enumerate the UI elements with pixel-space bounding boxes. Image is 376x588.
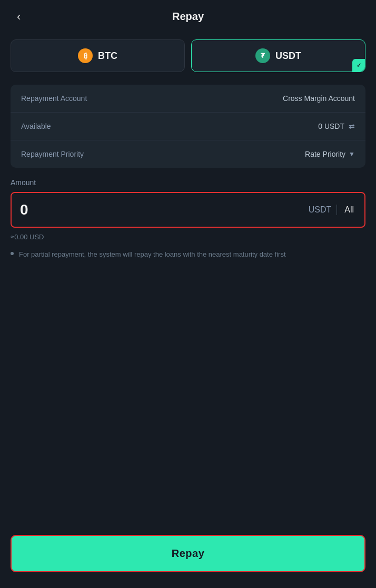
priority-dropdown[interactable]: Rate Priority ▼ bbox=[305, 150, 355, 158]
vertical-divider bbox=[337, 205, 337, 215]
amount-currency-badge: USDT bbox=[309, 205, 332, 215]
repayment-priority-label: Repayment Priority bbox=[21, 150, 84, 158]
btc-icon: ₿ bbox=[78, 48, 93, 63]
transfer-icon[interactable]: ⇄ bbox=[349, 122, 355, 130]
amount-right-group: USDT All bbox=[309, 205, 356, 215]
all-button[interactable]: All bbox=[342, 205, 356, 215]
currency-tab-group: ₿ BTC ₮ USDT ✓ bbox=[0, 31, 376, 80]
btc-label: BTC bbox=[98, 50, 117, 62]
amount-section: Amount USDT All bbox=[0, 168, 376, 228]
repayment-account-value: Cross Margin Account bbox=[283, 94, 355, 103]
amount-input[interactable] bbox=[20, 201, 222, 218]
available-row: Available 0 USDT ⇄ bbox=[11, 112, 365, 140]
back-button[interactable]: ‹ bbox=[13, 8, 25, 26]
active-check-mark: ✓ bbox=[352, 59, 365, 72]
bullet-dot-icon bbox=[11, 252, 14, 255]
repay-button[interactable]: Repay bbox=[11, 535, 365, 572]
amount-label: Amount bbox=[11, 178, 365, 187]
available-label: Available bbox=[21, 122, 51, 130]
notice-section: For partial repayment, the system will r… bbox=[0, 241, 376, 260]
repayment-account-row: Repayment Account Cross Margin Account bbox=[11, 85, 365, 112]
chevron-down-icon: ▼ bbox=[349, 150, 355, 158]
bottom-area: Repay bbox=[0, 260, 376, 588]
tab-btc[interactable]: ₿ BTC bbox=[11, 39, 185, 72]
info-card: Repayment Account Cross Margin Account A… bbox=[11, 85, 365, 168]
available-value-group: 0 USDT ⇄ bbox=[318, 122, 355, 130]
usd-approx: ≈0.00 USD bbox=[0, 228, 376, 241]
usdt-icon: ₮ bbox=[255, 48, 270, 63]
header: ‹ Repay bbox=[0, 0, 376, 31]
usdt-label: USDT bbox=[275, 50, 301, 62]
repayment-priority-row: Repayment Priority Rate Priority ▼ bbox=[11, 140, 365, 168]
page-title: Repay bbox=[172, 11, 204, 23]
amount-input-box: USDT All bbox=[11, 192, 365, 228]
tab-usdt[interactable]: ₮ USDT ✓ bbox=[191, 39, 365, 72]
notice-text: For partial repayment, the system will r… bbox=[19, 249, 286, 260]
available-value: 0 USDT bbox=[318, 122, 344, 130]
priority-value: Rate Priority bbox=[305, 150, 345, 158]
repayment-account-label: Repayment Account bbox=[21, 94, 87, 103]
